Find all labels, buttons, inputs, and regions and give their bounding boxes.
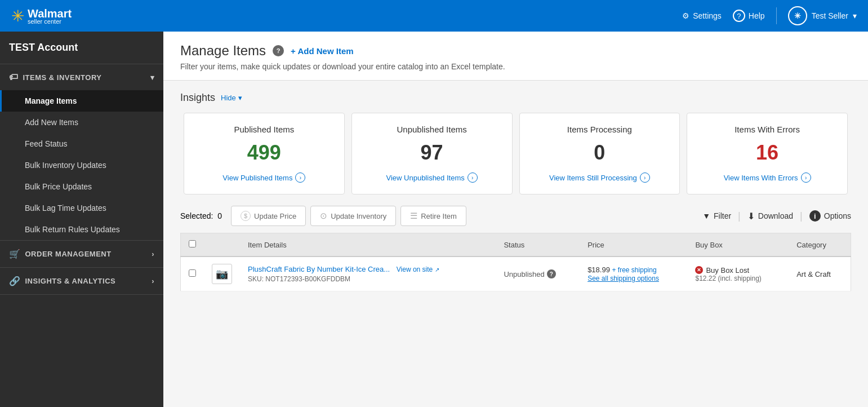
sidebar-section-header-order-management[interactable]: 🛒 Order Management › (0, 241, 163, 267)
hide-insights-button[interactable]: Hide ▾ (221, 94, 242, 102)
chart-icon: 🔗 (9, 276, 21, 286)
gear-icon: ⚙ (682, 11, 689, 20)
sidebar-item-add-new-items[interactable]: Add New Items (0, 112, 163, 133)
buy-box-lost: ✕ Buy Box Lost (695, 266, 781, 275)
sidebar-item-bulk-lag-time-updates[interactable]: Bulk Lag Time Updates (0, 197, 163, 219)
published-items-title: Published Items (193, 125, 335, 134)
items-with-errors-title: Items With Errors (696, 125, 838, 134)
top-nav: ✳ Walmart seller center ⚙ Settings ? Hel… (0, 0, 868, 32)
filter-icon: ▼ (702, 211, 710, 220)
insight-card-items-with-errors: Items With Errors 16 View Items With Err… (687, 113, 848, 194)
col-price: Price (580, 233, 687, 257)
sidebar-section-insights-analytics: 🔗 Insights & Analytics › (0, 268, 163, 295)
help-link[interactable]: ? Help (733, 10, 765, 22)
insights-area: Insights Hide ▾ Published Items 499 View… (163, 81, 868, 206)
page-subtitle: Filter your items, make quick updates or… (180, 62, 851, 71)
brand-area: ✳ Walmart seller center (11, 7, 72, 25)
help-icon[interactable]: ? (273, 45, 284, 56)
sidebar: TEST Account 🏷 Items & Inventory ▾ Manag… (0, 32, 163, 407)
col-status: Status (496, 233, 580, 257)
circle-arrow-icon-unpublished: › (468, 172, 478, 183)
sidebar-item-feed-status[interactable]: Feed Status (0, 133, 163, 154)
page-header: Manage Items ? + Add New Item Filter you… (163, 32, 868, 81)
sidebar-item-bulk-price-updates[interactable]: Bulk Price Updates (0, 176, 163, 197)
question-icon: ? (733, 10, 745, 22)
item-sku: SKU: NOT172393-B00KGFDDBM (248, 275, 488, 283)
insights-header: Insights Hide ▾ (180, 92, 851, 104)
update-inventory-button[interactable]: ⊙ Update Inventory (310, 206, 396, 226)
user-area[interactable]: ✳ Test Seller ▾ (788, 6, 857, 25)
price-shipping: + free shipping (612, 266, 657, 274)
category-text: Art & Craft (796, 270, 831, 278)
col-category: Category (789, 233, 851, 257)
sidebar-item-bulk-inventory-updates[interactable]: Bulk Inventory Updates (0, 154, 163, 176)
dollar-icon: $ (241, 211, 251, 221)
sidebar-item-manage-items[interactable]: Manage Items (0, 90, 163, 112)
see-all-shipping-link[interactable]: See all shipping options (587, 275, 659, 282)
item-name-link[interactable]: PlushCraft Fabric By Number Kit-Ice Crea… (248, 265, 390, 273)
toolbar-left: Selected: 0 $ Update Price ⊙ Update Inve… (180, 206, 466, 226)
main-layout: TEST Account 🏷 Items & Inventory ▾ Manag… (0, 32, 868, 407)
spark-icon: ✳ (11, 7, 24, 25)
external-link-icon: ↗ (435, 267, 439, 273)
nav-divider (776, 7, 777, 24)
col-img (204, 233, 240, 257)
sidebar-item-bulk-return-rules-updates[interactable]: Bulk Return Rules Updates (0, 219, 163, 240)
items-with-errors-number: 16 (696, 141, 838, 165)
settings-link[interactable]: ⚙ Settings (682, 11, 722, 20)
user-avatar: ✳ (788, 6, 807, 25)
selected-label: Selected: 0 (180, 211, 222, 220)
cart-icon: 🛒 (9, 249, 21, 259)
user-name: Test Seller (812, 11, 848, 20)
price-main: $18.99 + free shipping (587, 266, 679, 274)
view-published-items-link[interactable]: View Published Items › (193, 172, 335, 183)
col-buy-box: Buy Box (687, 233, 789, 257)
add-new-item-link[interactable]: + Add New Item (291, 46, 354, 56)
col-checkbox (181, 233, 204, 257)
filter-button[interactable]: ▼ Filter (702, 211, 731, 220)
sidebar-section-items-inventory: 🏷 Items & Inventory ▾ Manage Items Add N… (0, 64, 163, 241)
circle-arrow-icon-processing: › (640, 172, 650, 183)
inventory-icon: ⊙ (320, 211, 327, 221)
action-buttons: $ Update Price ⊙ Update Inventory ☰ Reti… (231, 206, 466, 226)
insights-analytics-label: Insights & Analytics (25, 277, 116, 285)
select-all-checkbox[interactable] (189, 240, 196, 247)
chevron-down-icon: ▾ (853, 11, 857, 20)
update-price-button[interactable]: $ Update Price (231, 206, 306, 226)
row-checkbox[interactable] (189, 269, 196, 277)
top-nav-right: ⚙ Settings ? Help ✳ Test Seller ▾ (682, 6, 857, 25)
error-dot-icon: ✕ (695, 266, 703, 274)
account-name: TEST Account (0, 32, 163, 64)
status-info: Unpublished ? (504, 269, 572, 278)
status-help-icon[interactable]: ? (547, 269, 556, 278)
view-on-site-link[interactable]: View on site ↗ (397, 266, 439, 273)
row-buy-box-cell: ✕ Buy Box Lost $12.22 (incl. shipping) (687, 256, 789, 291)
circle-arrow-icon-errors: › (801, 172, 811, 183)
status-badge: Unpublished (504, 270, 544, 278)
view-unpublished-items-link[interactable]: View Unpublished Items › (361, 172, 503, 183)
sidebar-section-order-management: 🛒 Order Management › (0, 241, 163, 268)
items-processing-number: 0 (529, 141, 671, 165)
view-items-processing-link[interactable]: View Items Still Processing › (529, 172, 671, 183)
circle-arrow-icon-published: › (295, 172, 305, 183)
download-button[interactable]: ⬇ Download (747, 211, 793, 222)
col-item-details: Item Details (240, 233, 496, 257)
items-table: Item Details Status Price Buy Box Catego… (180, 233, 851, 291)
chevron-right-icon-order: › (152, 250, 154, 258)
toolbar-area: Selected: 0 $ Update Price ⊙ Update Inve… (163, 206, 868, 233)
table-header-row: Item Details Status Price Buy Box Catego… (181, 233, 851, 257)
options-button[interactable]: i Options (809, 210, 851, 222)
sidebar-section-header-items-inventory[interactable]: 🏷 Items & Inventory ▾ (0, 64, 163, 90)
view-items-with-errors-link[interactable]: View Items With Errors › (696, 172, 838, 183)
chevron-down-icon-items: ▾ (150, 73, 155, 82)
tag-icon: 🏷 (9, 72, 19, 82)
published-items-number: 499 (193, 141, 335, 165)
items-inventory-label: Items & Inventory (23, 73, 102, 82)
row-price-cell: $18.99 + free shipping See all shipping … (580, 256, 687, 291)
insight-card-unpublished-items: Unpublished Items 97 View Unpublished It… (351, 113, 513, 194)
options-icon: i (809, 210, 821, 222)
table-area: Item Details Status Price Buy Box Catego… (163, 233, 868, 291)
insights-title: Insights (180, 92, 215, 104)
retire-item-button[interactable]: ☰ Retire Item (400, 206, 466, 226)
sidebar-section-header-insights-analytics[interactable]: 🔗 Insights & Analytics › (0, 268, 163, 294)
